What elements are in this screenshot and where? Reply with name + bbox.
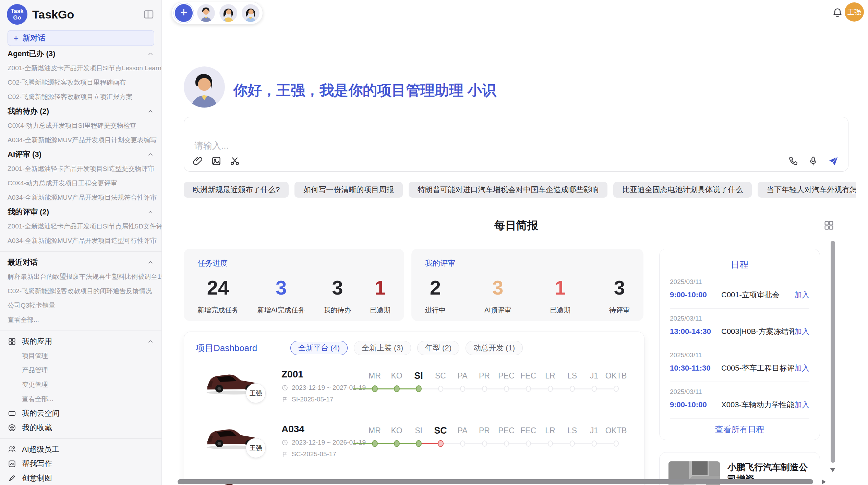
milestone-dot [592,386,597,392]
microphone-icon[interactable] [808,156,819,166]
sidebar-item-help-me-write[interactable]: 帮我写作 [0,457,161,471]
stat-value: 3 [332,277,343,299]
dashboard-tab[interactable]: 动总开发 (1) [466,341,523,355]
sidebar-conversation-item[interactable]: C0X4-动力总成开发项目SI里程碑提交物检查 [0,119,161,133]
sidebar-conversation-item[interactable]: 解释最新出台的欧盟报废车法规再生塑料比例被调至15%... [0,270,161,284]
project-flag-label: SI-2025-05-17 [292,396,333,403]
milestone-label: MR [369,370,381,381]
suggestion-chip[interactable]: 比亚迪全固态电池计划具体说了什么 [613,182,752,198]
new-chat-label: 新对话 [23,33,45,43]
screenshot-icon[interactable] [229,156,240,166]
voice-call-icon[interactable] [788,156,799,166]
chat-input-card[interactable]: 请输入... [184,117,848,172]
project-row: 王强A0342023-12-19 ~ 2026-01-19SC-2025-05-… [203,418,634,470]
sidebar-section-header[interactable]: 我的评审 (2) [0,205,161,219]
milestone-dot [548,386,553,392]
sidebar-conversation-item[interactable]: A034-全新新能源MUV产品开发项目法规符合性评审 [0,190,161,205]
stat-label: 已逾期 [550,306,570,315]
sidebar-item-creative-drawing[interactable]: 创意制图 [0,471,161,485]
sidebar-conversation-item[interactable]: 公司Q3轻卡销量 [0,298,161,313]
stat-item: 2进行中 [425,277,446,315]
chevron-up-icon [147,338,154,345]
milestone-label: J1 [590,425,598,436]
suggestion-chip[interactable]: 特朗普可能对进口汽车增税会对中国车企造成哪些影响 [409,182,607,198]
view-all-conversations-link[interactable]: 查看全部... [0,313,161,327]
avatar-man-icon[interactable] [197,4,215,22]
avatar-woman-2-icon[interactable] [242,4,260,22]
milestone-label: SC [435,370,446,381]
scroll-down-arrow-icon[interactable] [830,468,835,472]
milestone-dot [460,386,465,392]
vertical-scrollbar[interactable] [831,241,835,463]
milestone-dot [438,440,444,447]
add-member-button[interactable]: + [175,4,193,22]
event-join-link[interactable]: 加入 [794,400,809,410]
stat-label: 待评审 [609,306,630,315]
sidebar-conversation-item[interactable]: C02-飞腾新能源轻客改款项目立项汇报方案 [0,90,161,104]
stat-item: 3我的待办 [324,277,351,315]
milestone-dot [416,440,422,447]
sidebar-app-item[interactable]: 产品管理 [0,363,161,377]
sidebar-section-header[interactable]: AI评审 (3) [0,147,161,162]
dashboard-tabs: 全新平台 (4)全新上装 (3)年型 (2)动总开发 (1) [290,341,523,355]
milestone: J1 [583,418,605,448]
send-icon[interactable] [828,156,839,166]
dashboard-tab[interactable]: 全新平台 (4) [290,341,348,355]
attach-file-icon[interactable] [192,156,203,166]
sidebar-conversation-item[interactable]: C02-飞腾新能源轻客改款项目的闭环通告反馈情况 [0,284,161,298]
briefing-stats-row: 任务进度24新增完成任务3新增AI完成任务3我的待办1已逾期我的评审2进行中3A… [184,249,643,321]
clock-icon [281,439,288,446]
sidebar-collapse-icon[interactable] [143,9,155,20]
sidebar-conversation-item[interactable]: A034-全新新能源MUV产品开发项目造型可行性评审 [0,234,161,248]
milestone-label: OKTB [605,425,627,436]
sidebar-section-header[interactable]: Agent已办 (3) [0,47,161,61]
briefing-layout-icon[interactable] [823,220,835,231]
divider [0,438,161,439]
dashboard-tab[interactable]: 全新上装 (3) [354,341,411,355]
sidebar-section-header-recent[interactable]: 最近对话 [0,255,161,270]
sidebar: Task Go TaskGo + 新对话 Agent已办 (3)Z001-全新燃… [0,0,162,485]
suggestion-chip[interactable]: 如何写一份清晰的项目周报 [294,182,403,198]
avatar-woman-1-icon[interactable] [219,4,237,22]
schedule-event: 2025/03/1110:30-11:30C005-整车工程目标评审加入 [670,345,809,382]
event-join-link[interactable]: 加入 [794,326,809,337]
sidebar-conversation-item[interactable]: Z001-全新燃油皮卡产品开发项目SI节点Lesson Learn报告 [0,61,161,75]
sidebar-app-item[interactable]: 项目管理 [0,349,161,363]
sidebar-item-cloud-space[interactable]: 我的云空间 [0,406,161,421]
milestone: PEC [495,363,517,393]
event-join-link[interactable]: 加入 [794,290,809,300]
event-date: 2025/03/11 [670,315,809,322]
scroll-right-arrow-icon[interactable] [822,480,826,484]
label: 我的云空间 [22,408,60,419]
schedule-event: 2025/03/119:00-10:00C001-立项审批会加入 [670,272,809,309]
milestone-label: LS [567,370,577,381]
event-join-link[interactable]: 加入 [794,363,809,373]
chevron-up-icon [147,108,154,115]
new-chat-button[interactable]: + 新对话 [8,30,154,46]
sidebar-app-item[interactable]: 变更管理 [0,377,161,392]
sidebar-conversation-item[interactable]: Z001-全新燃油轻卡产品开发项目SI造型提交物评审 [0,162,161,176]
event-date: 2025/03/11 [670,278,809,286]
dashboard-tab[interactable]: 年型 (2) [417,341,459,355]
sidebar-section-header[interactable]: 我的待办 (2) [0,104,161,119]
sidebar-app-item[interactable]: 查看全部... [0,392,161,406]
notifications-bell-icon[interactable] [832,7,843,18]
milestone-dot [482,386,487,392]
view-all-schedule-link[interactable]: 查看所有日程 [660,424,820,435]
sidebar-item-favorites[interactable]: 我的收藏 [0,421,161,435]
sidebar-item-my-apps[interactable]: 我的应用 [0,334,161,349]
sidebar-conversation-item[interactable]: A034-全新新能源MUV产品开发项目计划变更表编写 [0,133,161,147]
suggestion-chip[interactable]: 当下年轻人对汽车外观有怎样的喜好趋势 [758,182,856,198]
project-flag: SI-2025-05-17 [281,396,333,403]
sidebar-conversation-item[interactable]: C0X4-动力总成开发项目工程变更评审 [0,176,161,190]
sidebar-conversation-item[interactable]: C02-飞腾新能源轻客改款项目里程碑画布 [0,75,161,90]
user-avatar[interactable]: 王强 [845,2,864,22]
suggestion-chip[interactable]: 欧洲新规最近颁布了什么? [184,182,289,198]
milestone-dot [372,385,378,392]
sidebar-conversation-item[interactable]: Z001-全新燃油轻卡产品开发项目SI节点属性5D文件评审 [0,219,161,234]
stat-label: AI预评审 [484,306,511,315]
insert-image-icon[interactable] [211,156,222,166]
horizontal-scrollbar[interactable] [178,479,813,484]
sidebar-item-ai-super-staff[interactable]: AI超级员工 [0,442,161,457]
stat-label: 已逾期 [370,306,390,315]
